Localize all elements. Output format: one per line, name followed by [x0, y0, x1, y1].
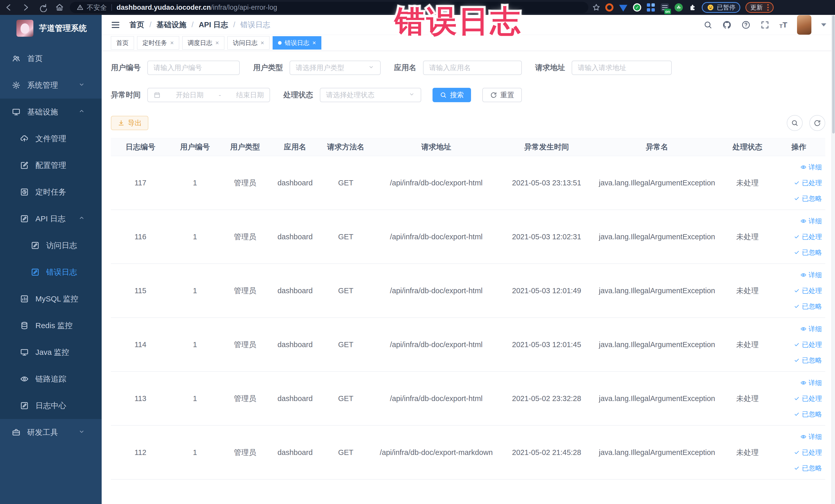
tab-access-log[interactable]: 访问日志 × — [227, 36, 269, 49]
processed-link[interactable]: 已处理 — [794, 394, 822, 403]
extension-green-check-icon[interactable]: ✓ — [633, 3, 641, 12]
detail-link[interactable]: 详细 — [800, 379, 822, 387]
sidebar-item-java[interactable]: Java 监控 — [0, 339, 102, 366]
close-icon[interactable]: × — [170, 40, 174, 46]
ignored-link[interactable]: 已忽略 — [794, 194, 822, 203]
tab-job-log[interactable]: 调度日志 × — [182, 36, 224, 49]
sidebar-item-file[interactable]: 文件管理 — [0, 125, 102, 152]
detail-link[interactable]: 详细 — [800, 324, 822, 334]
ignored-link[interactable]: 已忽略 — [794, 464, 822, 473]
home-icon[interactable] — [55, 3, 64, 12]
processed-link[interactable]: 已处理 — [794, 448, 822, 457]
tab-job[interactable]: 定时任务 × — [137, 36, 179, 49]
update-button[interactable]: 更新 — [746, 2, 774, 13]
back-icon[interactable] — [4, 3, 13, 12]
tab-label: 定时任务 — [142, 39, 167, 47]
processed-link[interactable]: 已处理 — [794, 233, 822, 241]
ignored-link[interactable]: 已忽略 — [794, 410, 822, 419]
cell-exception-name: java.lang.IllegalArgumentException — [592, 393, 722, 404]
processed-link[interactable]: 已处理 — [794, 340, 822, 349]
breadcrumb-home[interactable]: 首页 — [129, 20, 144, 30]
cell-user-id: 1 — [170, 339, 220, 350]
close-icon[interactable]: × — [216, 40, 219, 46]
ignored-label: 已忽略 — [802, 302, 822, 311]
app-name-input[interactable] — [423, 61, 522, 75]
sidebar-item-home[interactable]: 首页 — [0, 45, 102, 72]
detail-link[interactable]: 详细 — [800, 270, 822, 280]
paused-badge[interactable]: 已暂停 — [702, 2, 740, 13]
export-button[interactable]: 导出 — [111, 116, 148, 130]
gear-icon — [12, 81, 21, 89]
check-icon — [794, 287, 800, 294]
date-range-picker[interactable]: 开始日期 - 结束日期 — [147, 88, 270, 102]
caret-down-icon[interactable] — [821, 23, 826, 26]
github-icon[interactable] — [722, 20, 732, 29]
user-type-select[interactable]: 请选择用户类型 — [289, 61, 381, 75]
ignored-label: 已忽略 — [802, 464, 822, 473]
processed-link[interactable]: 已处理 — [794, 178, 822, 187]
not-secure-label: 不安全 — [87, 3, 107, 12]
cell-exception-name: java.lang.IllegalArgumentException — [592, 177, 722, 188]
sidebar-item-label: 配置管理 — [36, 160, 66, 171]
status-select[interactable]: 请选择处理状态 — [320, 88, 421, 102]
detail-link[interactable]: 详细 — [800, 432, 822, 441]
scrollbar-thumb[interactable] — [832, 15, 835, 134]
close-icon[interactable]: × — [261, 40, 264, 46]
reset-button[interactable]: 重置 — [482, 88, 522, 102]
scrollbar-track[interactable] — [831, 15, 835, 504]
ignored-link[interactable]: 已忽略 — [794, 248, 822, 257]
error-log-table: 日志编号 用户编号 用户类型 应用名 请求方法名 请求地址 异常发生时间 异常名… — [111, 138, 825, 480]
search-button[interactable]: 搜索 — [432, 88, 471, 102]
font-size-icon[interactable]: TT — [779, 21, 787, 29]
sidebar-item-job[interactable]: 定时任务 — [0, 179, 102, 205]
sidebar-item-access-log[interactable]: 访问日志 — [0, 232, 102, 259]
extension-list-icon[interactable]: on — [661, 3, 669, 12]
sidebar-item-label: Redis 监控 — [36, 320, 73, 331]
chevron-down-icon — [78, 81, 92, 90]
extension-blue-icon[interactable] — [619, 3, 627, 12]
processed-link[interactable]: 已处理 — [794, 286, 822, 295]
ignored-link[interactable]: 已忽略 — [794, 302, 822, 311]
bookmark-star-icon[interactable] — [592, 3, 600, 12]
sidebar-item-log-center[interactable]: 日志中心 — [0, 392, 102, 419]
hamburger-icon[interactable] — [110, 20, 121, 30]
user-id-label: 用户编号 — [111, 63, 141, 73]
toggle-search-button[interactable] — [787, 115, 803, 131]
refresh-button[interactable] — [809, 115, 825, 131]
chart-icon — [20, 295, 29, 303]
detail-link[interactable]: 详细 — [800, 163, 822, 172]
request-url-input[interactable] — [572, 61, 672, 75]
detail-link[interactable]: 详细 — [800, 217, 822, 226]
address-bar[interactable]: 不安全 dashboard.yudao.iocoder.cn /infra/lo… — [70, 2, 588, 13]
search-icon[interactable] — [703, 20, 713, 29]
browser-menu-icon[interactable] — [767, 4, 769, 11]
tab-home[interactable]: 首页 — [111, 36, 134, 49]
sidebar-item-api-log[interactable]: API 日志 — [0, 205, 102, 232]
help-icon[interactable] — [741, 20, 751, 29]
forward-icon[interactable] — [21, 3, 30, 12]
sidebar-item-trace[interactable]: 链路追踪 — [0, 366, 102, 392]
ignored-link[interactable]: 已忽略 — [794, 356, 822, 365]
user-id-input[interactable] — [147, 61, 240, 75]
extension-orange-icon[interactable] — [605, 3, 613, 12]
cell-user-id: 1 — [170, 285, 220, 296]
sidebar-item-dev-tools[interactable]: 研发工具 — [0, 419, 102, 446]
extensions-puzzle-icon[interactable] — [688, 3, 697, 12]
extension-grid-icon[interactable] — [647, 3, 655, 12]
breadcrumb-infra[interactable]: 基础设施 — [157, 20, 186, 30]
fullscreen-icon[interactable] — [760, 20, 770, 29]
sidebar-item-system[interactable]: 系统管理 — [0, 72, 102, 99]
sidebar-item-error-log[interactable]: 错误日志 — [0, 259, 102, 285]
logo-row[interactable]: 芋道管理系统 — [0, 15, 102, 42]
ignored-label: 已忽略 — [802, 356, 822, 365]
sidebar-item-mysql[interactable]: MySQL 监控 — [0, 285, 102, 312]
sidebar-item-config[interactable]: 配置管理 — [0, 152, 102, 179]
avatar[interactable] — [797, 15, 811, 35]
breadcrumb-api-log[interactable]: API 日志 — [199, 20, 228, 30]
reload-icon[interactable] — [38, 3, 47, 12]
extension-leaf-icon[interactable]: ☘ — [675, 3, 683, 12]
sidebar-item-redis[interactable]: Redis 监控 — [0, 312, 102, 339]
close-icon[interactable]: × — [312, 40, 316, 46]
sidebar-item-infra[interactable]: 基础设施 — [0, 99, 102, 125]
tab-error-log[interactable]: 错误日志 × — [272, 36, 321, 49]
